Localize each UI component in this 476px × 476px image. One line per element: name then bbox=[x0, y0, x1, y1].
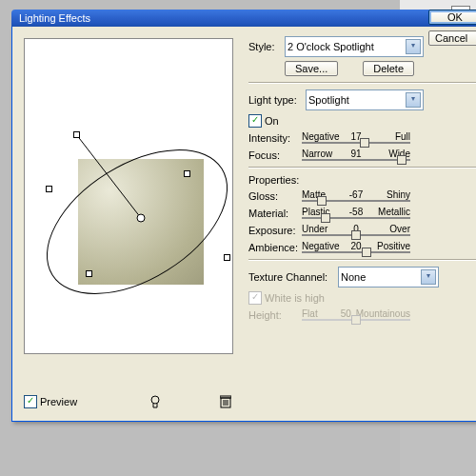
txt: Positive bbox=[368, 241, 410, 251]
exposure-row: Exposure: Under0Over bbox=[248, 224, 476, 236]
ambience-slider[interactable] bbox=[302, 251, 410, 253]
svg-point-0 bbox=[25, 120, 232, 323]
cancel-button[interactable]: Cancel bbox=[428, 30, 476, 46]
save-button[interactable]: Save... bbox=[285, 61, 338, 76]
handle[interactable] bbox=[46, 186, 52, 192]
svg-rect-5 bbox=[220, 396, 231, 398]
chevron-down-icon: ▾ bbox=[421, 269, 436, 285]
txt: Narrow bbox=[302, 149, 344, 159]
exposure-slider[interactable] bbox=[302, 234, 410, 236]
style-select[interactable]: 2 O'clock Spotlight ▾ bbox=[285, 36, 424, 57]
light-type-select[interactable]: Spotlight ▾ bbox=[306, 89, 424, 110]
material-row: Material: Plastic-58Metallic bbox=[248, 207, 476, 219]
handle[interactable] bbox=[184, 170, 190, 177]
svg-line-1 bbox=[76, 134, 141, 218]
handle[interactable] bbox=[73, 131, 80, 138]
txt: -58 bbox=[344, 207, 368, 217]
action-buttons: OK Cancel bbox=[428, 10, 476, 46]
svg-point-3 bbox=[151, 396, 159, 404]
txt: Mountainous bbox=[356, 308, 410, 319]
handle[interactable] bbox=[224, 254, 230, 261]
preview-checkbox[interactable]: ✓ bbox=[24, 395, 37, 408]
material-label: Material: bbox=[248, 208, 302, 219]
exposure-label: Exposure: bbox=[248, 225, 302, 236]
handle[interactable] bbox=[86, 270, 92, 277]
height-label: Height: bbox=[248, 309, 302, 321]
preview-label: Preview bbox=[40, 396, 77, 407]
divider bbox=[248, 259, 476, 261]
txt: Flat bbox=[302, 308, 336, 319]
intensity-label: Intensity: bbox=[248, 132, 302, 144]
divider bbox=[248, 82, 476, 84]
svg-point-2 bbox=[137, 214, 145, 222]
preview-area[interactable] bbox=[24, 38, 233, 354]
white-high-checkbox: ✓ bbox=[248, 291, 262, 305]
intensity-slider[interactable] bbox=[302, 142, 410, 144]
gloss-slider[interactable] bbox=[302, 200, 410, 202]
delete-button[interactable]: Delete bbox=[363, 61, 414, 76]
on-checkbox[interactable]: ✓ bbox=[248, 114, 262, 128]
ambience-label: Ambience: bbox=[248, 242, 302, 253]
style-label: Style: bbox=[248, 41, 285, 52]
ambience-row: Ambience: Negative20Positive bbox=[248, 241, 476, 253]
preview-footer: ✓ Preview bbox=[24, 394, 231, 409]
lightbulb-icon[interactable] bbox=[148, 394, 163, 409]
txt: Under bbox=[302, 224, 344, 234]
texture-select[interactable]: None ▾ bbox=[338, 267, 439, 288]
white-high-label: White is high bbox=[265, 292, 325, 304]
intensity-row: Intensity: Negative17Full bbox=[248, 131, 476, 144]
texture-label: Texture Channel: bbox=[248, 271, 338, 283]
txt: 91 bbox=[344, 149, 368, 159]
on-label: On bbox=[265, 115, 279, 127]
focus-label: Focus: bbox=[248, 149, 302, 161]
light-type-label: Light type: bbox=[248, 94, 306, 106]
gloss-label: Gloss: bbox=[248, 190, 302, 202]
light-ellipse bbox=[25, 39, 232, 353]
chevron-down-icon: ▾ bbox=[406, 39, 421, 54]
style-value: 2 O'clock Spotlight bbox=[288, 41, 374, 52]
txt: Metallic bbox=[368, 207, 410, 217]
dialog-titlebar[interactable]: Lighting Effects bbox=[11, 10, 476, 29]
properties-label: Properties: bbox=[248, 174, 476, 186]
texture-value: None bbox=[341, 271, 366, 283]
height-row: Height: Flat50Mountainous bbox=[248, 308, 476, 321]
txt: Shiny bbox=[368, 189, 410, 200]
txt: -67 bbox=[344, 189, 368, 200]
gloss-row: Gloss: Matte-67Shiny bbox=[248, 189, 476, 202]
height-slider bbox=[302, 319, 410, 321]
material-slider[interactable] bbox=[302, 217, 410, 219]
txt: Negative bbox=[302, 131, 344, 142]
txt: Negative bbox=[302, 241, 344, 251]
focus-slider[interactable] bbox=[302, 159, 410, 161]
focus-row: Focus: Narrow91Wide bbox=[248, 149, 476, 161]
divider bbox=[248, 167, 476, 169]
light-type-value: Spotlight bbox=[308, 94, 349, 106]
controls-panel: Style: 2 O'clock Spotlight ▾ Save... Del… bbox=[248, 36, 476, 326]
txt: Over bbox=[368, 224, 410, 234]
chevron-down-icon: ▾ bbox=[406, 92, 421, 108]
ok-button[interactable]: OK bbox=[428, 10, 476, 25]
txt: Full bbox=[368, 131, 410, 142]
lighting-effects-dialog: ✓ Preview Style: 2 O'clock Spotlight ▾ S… bbox=[11, 27, 476, 422]
trash-icon[interactable] bbox=[220, 395, 231, 408]
